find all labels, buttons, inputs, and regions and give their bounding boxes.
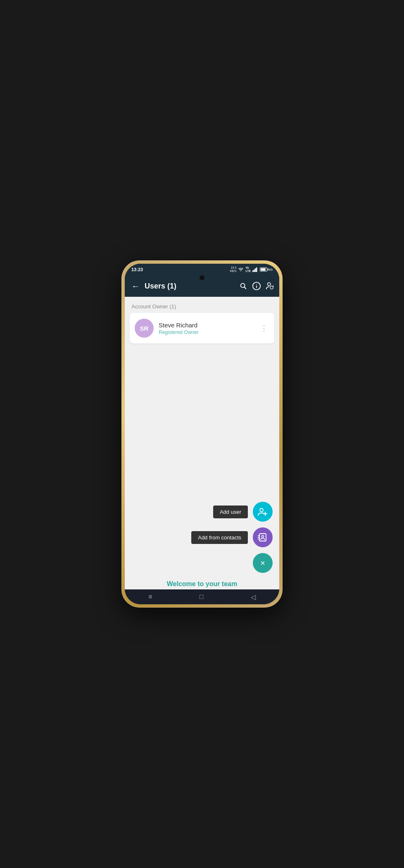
add-from-contacts-button[interactable] <box>253 527 273 547</box>
wifi-icon <box>238 267 244 272</box>
camera-notch <box>200 275 204 280</box>
info-icon <box>252 281 261 291</box>
main-content: Account Owner (1) SR Steve Richard Regis… <box>125 297 279 589</box>
contacts-icon <box>257 532 268 543</box>
add-user-label[interactable]: Add user <box>213 506 248 518</box>
page-title: Users (1) <box>145 282 235 291</box>
phone-screen: 13:23 23.0KB/S VoLTE <box>125 264 279 604</box>
back-button[interactable]: ← <box>130 280 141 292</box>
svg-point-19 <box>262 536 264 538</box>
svg-point-12 <box>260 508 263 512</box>
svg-rect-1 <box>254 269 255 272</box>
user-role: Registered Owner <box>159 329 254 335</box>
more-options-icon[interactable]: ⋮ <box>259 323 269 334</box>
svg-rect-2 <box>255 268 256 272</box>
user-name: Steve Richard <box>159 322 254 329</box>
close-icon: × <box>260 559 265 567</box>
vo-lte: VoLTE <box>245 266 251 273</box>
battery-percent: 85 <box>269 268 273 272</box>
nav-menu-button[interactable]: ≡ <box>143 591 157 602</box>
battery-icon <box>260 267 267 272</box>
header-actions <box>239 281 274 291</box>
add-user-row: Add user <box>213 502 273 522</box>
bottom-nav: ≡ □ ◁ <box>125 589 279 604</box>
section-label: Account Owner (1) <box>125 297 279 313</box>
svg-rect-8 <box>256 286 257 288</box>
fab-area: Add user Add from contacts <box>125 497 279 578</box>
status-icons: 23.0KB/S VoLTE <box>230 266 273 273</box>
status-time: 13:23 <box>131 267 143 272</box>
person-role-icon <box>265 281 274 291</box>
add-from-contacts-row: Add from contacts <box>191 527 273 547</box>
avatar: SR <box>135 319 154 338</box>
close-fab-button[interactable]: × <box>253 553 273 573</box>
svg-rect-0 <box>252 270 254 272</box>
search-button[interactable] <box>239 281 248 291</box>
signal-icon <box>252 267 258 272</box>
info-button[interactable] <box>252 281 261 291</box>
svg-point-7 <box>256 284 257 285</box>
svg-line-11 <box>273 286 273 287</box>
add-from-contacts-label[interactable]: Add from contacts <box>191 531 248 544</box>
nav-back-button[interactable]: ◁ <box>246 591 261 603</box>
role-button[interactable] <box>265 281 274 291</box>
svg-point-9 <box>268 283 271 286</box>
nav-home-button[interactable]: □ <box>195 591 209 602</box>
close-fab-row: × <box>253 553 273 573</box>
status-bar: 13:23 23.0KB/S VoLTE <box>125 264 279 275</box>
add-user-icon <box>257 506 268 517</box>
user-info: Steve Richard Registered Owner <box>159 322 254 335</box>
data-speed: 23.0KB/S <box>230 266 236 273</box>
svg-line-5 <box>244 287 246 289</box>
add-user-button[interactable] <box>253 502 273 522</box>
search-icon <box>239 281 248 291</box>
user-card[interactable]: SR Steve Richard Registered Owner ⋮ <box>130 313 274 343</box>
phone-shell: 13:23 23.0KB/S VoLTE <box>121 260 283 608</box>
welcome-text: Welcome to your team <box>125 578 279 589</box>
svg-rect-3 <box>256 267 257 272</box>
